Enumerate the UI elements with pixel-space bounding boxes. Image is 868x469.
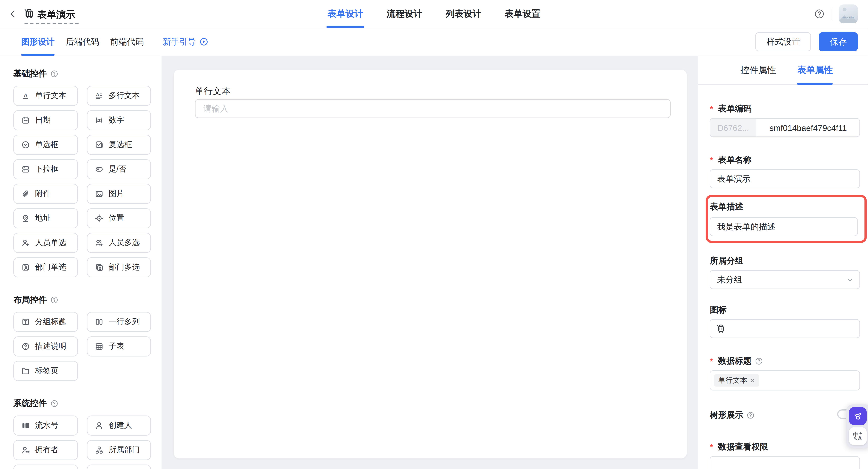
control-button-serial[interactable]: 流水号 (13, 415, 78, 436)
control-button-multi-text[interactable]: A多行文本 (87, 86, 151, 106)
toolbar-tab-1[interactable]: 图形设计 (21, 28, 55, 56)
panel-tab-1[interactable]: 控件属性 (740, 56, 776, 85)
control-button-dept-single[interactable]: 部门单选 (13, 257, 78, 277)
toolbar-tab-3[interactable]: 前端代码 (110, 28, 144, 56)
control-button-single-text[interactable]: A单行文本 (13, 86, 78, 106)
header-divider (832, 8, 832, 20)
toolbar-tab-2[interactable]: 后端代码 (66, 28, 99, 56)
data-title-input[interactable]: 单行文本 (710, 370, 860, 390)
form-desc-input[interactable]: 我是表单的描述 (710, 217, 858, 236)
back-button[interactable] (8, 9, 18, 19)
toolbar: 图形设计后端代码前端代码新手引导 样式设置 保存 (0, 28, 868, 56)
control-label: 附件 (35, 189, 51, 199)
control-label: 下拉框 (35, 164, 59, 174)
design-canvas: 单行文本 请输入 (161, 56, 698, 469)
close-icon[interactable] (750, 378, 755, 383)
control-button-tab-page[interactable]: 标签页 (13, 361, 78, 381)
dropdown-icon (21, 165, 30, 174)
main-tab-2[interactable]: 流程设计 (387, 0, 423, 28)
field-tree-display: 树形展示 (710, 410, 860, 420)
columns-icon (95, 317, 103, 326)
control-button-dept-multi[interactable]: 部门多选 (87, 257, 151, 277)
svg-text:A: A (858, 435, 862, 442)
avatar-placeholder-text: 暂时无法查看 (843, 16, 855, 19)
field-data-permission: 数据查看权限 (710, 442, 860, 469)
control-label: 分组标题 (35, 317, 66, 327)
panel-tabs: 控件属性表单属性 (698, 56, 868, 85)
title-dashed-underline (25, 23, 79, 24)
main-tab-3[interactable]: 列表设计 (446, 0, 482, 28)
panel-tab-2[interactable]: 表单属性 (797, 56, 833, 85)
control-button-partial[interactable] (87, 465, 151, 469)
help-icon[interactable] (755, 357, 763, 365)
control-button-location[interactable]: 位置 (87, 208, 151, 228)
control-button-address[interactable]: 地址 (13, 208, 78, 228)
field-group: 所属分组 未分组 (710, 256, 860, 289)
required-mark (710, 104, 715, 114)
control-button-description[interactable]: 描述说明 (13, 337, 78, 356)
control-button-number[interactable]: 123数字 (87, 110, 151, 130)
style-settings-button[interactable]: 样式设置 (755, 32, 811, 51)
save-button[interactable]: 保存 (819, 32, 858, 51)
number-icon: 123 (95, 116, 103, 125)
main-tab-4[interactable]: 表单设置 (505, 0, 540, 28)
icon-picker[interactable] (710, 319, 860, 338)
control-label: 拥有者 (35, 445, 59, 455)
canvas-text-input[interactable]: 请输入 (195, 99, 671, 118)
canvas-field-label: 单行文本 (195, 86, 230, 97)
help-icon[interactable] (814, 8, 825, 20)
luggage-icon (716, 324, 726, 334)
translate-button[interactable]: 中A (849, 427, 867, 445)
control-label: 流水号 (35, 420, 59, 431)
image-icon (95, 189, 103, 198)
control-button-radio[interactable]: 单选框 (13, 135, 78, 155)
control-button-creator[interactable]: 创建人 (87, 415, 151, 436)
control-button-person-multi[interactable]: 人员多选 (87, 233, 151, 253)
avatar[interactable]: 暂时无法查看 (839, 4, 858, 23)
control-button-columns[interactable]: 一行多列 (87, 312, 151, 332)
control-button-partial[interactable] (13, 465, 78, 469)
control-button-owner[interactable]: 拥有者 (13, 440, 78, 460)
required-mark (710, 155, 715, 165)
control-button-checkbox[interactable]: 复选框 (87, 135, 151, 155)
logo-button[interactable] (849, 407, 867, 425)
form-desc-highlight-box: 表单描述 我是表单的描述 (706, 195, 867, 243)
beginner-guide-link[interactable]: 新手引导 (163, 28, 208, 56)
control-button-person-single[interactable]: 人员单选 (13, 233, 78, 253)
multi-text-icon: A (95, 91, 103, 100)
form-canvas-card[interactable]: 单行文本 请输入 (174, 70, 687, 459)
control-button-image[interactable]: 图片 (87, 184, 151, 204)
control-button-group-title[interactable]: 分组标题 (13, 312, 78, 332)
address-icon (21, 214, 30, 223)
help-icon[interactable] (747, 411, 755, 419)
group-select[interactable]: 未分组 (710, 270, 860, 289)
translate-icon: 中A (852, 431, 863, 442)
main-nav-tabs: 表单设计流程设计列表设计表单设置 (328, 0, 540, 28)
control-button-toggle[interactable]: 是/否 (87, 159, 151, 179)
logo-icon (852, 410, 863, 421)
control-label: 标签页 (35, 366, 59, 376)
control-button-calendar[interactable]: 日期 (13, 110, 78, 130)
floating-widget: 中A (846, 404, 868, 448)
data-title-tag: 单行文本 (714, 374, 760, 386)
section-title: 基础控件 (13, 68, 151, 79)
page-title[interactable]: 表单演示 (37, 8, 75, 21)
data-permission-input[interactable] (710, 456, 860, 469)
control-button-department[interactable]: 所属部门 (87, 440, 151, 460)
form-name-input[interactable]: 表单演示 (710, 169, 860, 188)
field-form-name: 表单名称 表单演示 (710, 155, 860, 188)
control-label: 图片 (108, 189, 124, 199)
main-tab-1[interactable]: 表单设计 (328, 0, 363, 28)
owner-icon (21, 446, 30, 455)
control-label: 子表 (108, 341, 124, 351)
control-button-attachment[interactable]: 附件 (13, 184, 78, 204)
body: 基础控件A单行文本A多行文本日期123数字单选框复选框下拉框是/否附件图片地址位… (0, 56, 868, 469)
control-button-subtable[interactable]: 子表 (87, 337, 151, 356)
sidebar-section-1: 基础控件A单行文本A多行文本日期123数字单选框复选框下拉框是/否附件图片地址位… (13, 68, 151, 277)
form-code-input[interactable]: D6762... smf014baef479c4f11 (710, 118, 860, 137)
field-label: 所属分组 (710, 255, 743, 266)
person-single-icon (21, 239, 30, 247)
sidebar-section-2: 布局控件分组标题一行多列描述说明子表标签页 (13, 294, 151, 381)
control-button-dropdown[interactable]: 下拉框 (13, 159, 78, 179)
svg-text:A: A (24, 92, 28, 98)
